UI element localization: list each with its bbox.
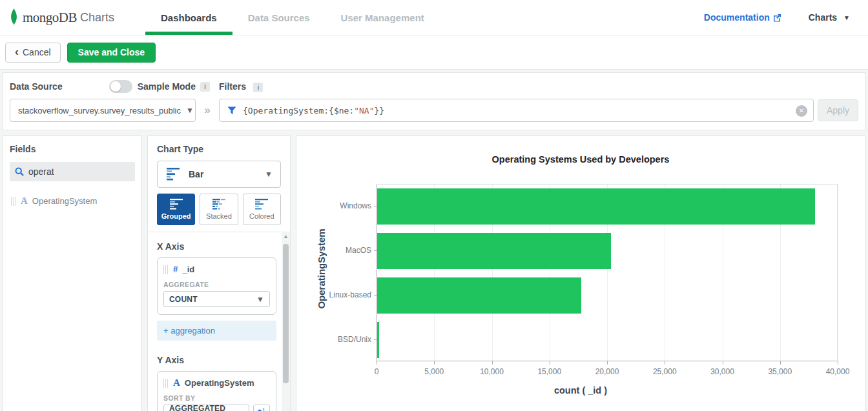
- filters-label: Filters: [219, 81, 246, 92]
- x-tick-label: 30,000: [710, 367, 734, 376]
- category-tick: [374, 250, 377, 251]
- sort-order-icon: 1 9: [257, 408, 266, 411]
- data-source-select[interactable]: stackoverflow_survey.survey_results_publ…: [10, 99, 196, 122]
- chart-bar-windows: [377, 188, 815, 225]
- category-label: Linux-based: [296, 290, 371, 299]
- tab-dashboards[interactable]: Dashboards: [145, 0, 232, 35]
- subtype-colored-button[interactable]: Colored: [243, 194, 281, 225]
- save-and-close-button[interactable]: Save and Close: [67, 43, 156, 63]
- x-axis-title: X Axis: [157, 241, 276, 252]
- category-label: BSD/Unix: [296, 335, 371, 344]
- sample-mode-info-icon[interactable]: i: [200, 82, 210, 92]
- chart-builder-panel: Chart Type Bar ▼: [147, 135, 291, 411]
- field-item-operatingsystem[interactable]: A OperatingSystem: [10, 195, 135, 206]
- category-tick: [374, 295, 377, 296]
- colored-bars-icon: [254, 199, 269, 210]
- caret-down-icon: ▼: [186, 106, 194, 115]
- x-axis-tick: [780, 361, 781, 365]
- scroll-up-arrow[interactable]: ▲: [282, 232, 290, 241]
- aggregate-select[interactable]: COUNT ▼: [163, 291, 270, 307]
- x-tick-label: 10,000: [480, 367, 504, 376]
- x-axis-tick: [550, 361, 550, 365]
- x-axis-label: count ( _id ): [296, 385, 865, 396]
- fields-title: Fields: [10, 144, 135, 154]
- subtype-stacked-button[interactable]: Stacked: [200, 194, 238, 225]
- add-aggregation-button[interactable]: + aggregation: [157, 321, 276, 341]
- x-tick-label: 20,000: [595, 367, 619, 376]
- sort-direction-button[interactable]: 1 9: [253, 405, 270, 411]
- data-source-card: Data Source Sample Mode i Filters i stac…: [3, 72, 865, 130]
- svg-text:1: 1: [262, 408, 265, 411]
- x-axis-tick: [377, 361, 377, 365]
- bar-chart-icon: [165, 167, 181, 181]
- drag-handle-icon[interactable]: [11, 197, 16, 206]
- filters-info-icon[interactable]: i: [253, 83, 263, 92]
- gridline: [838, 185, 838, 361]
- plot-area: [377, 184, 838, 361]
- subtype-grouped-button[interactable]: Grouped: [157, 194, 195, 225]
- x-axis-tick: [723, 361, 723, 365]
- mongodb-charts-logo[interactable]: mongoDB Charts: [0, 0, 145, 35]
- x-axis-tick: [434, 361, 435, 365]
- external-link-icon: [773, 14, 781, 22]
- drag-handle-icon[interactable]: [163, 379, 168, 388]
- apply-button[interactable]: Apply: [818, 99, 858, 121]
- string-type-icon: A: [173, 377, 180, 388]
- grouped-bars-icon: [169, 199, 183, 210]
- top-nav: mongoDB Charts Dashboards Data Sources U…: [0, 0, 868, 35]
- category-tick: [374, 206, 377, 206]
- editor-action-bar: ‹ Cancel Save and Close: [0, 35, 868, 70]
- x-tick-label: 5,000: [424, 367, 444, 376]
- chevron-down-icon: ▼: [843, 14, 850, 21]
- nav-tabs: Dashboards Data Sources User Management: [145, 0, 440, 35]
- caret-down-icon: ▼: [236, 408, 243, 411]
- scrollbar-thumb[interactable]: [283, 244, 289, 383]
- aggregate-label: AGGREGATE: [163, 281, 270, 288]
- tab-user-management[interactable]: User Management: [326, 0, 440, 35]
- data-source-label: Data Source: [10, 81, 63, 92]
- sample-mode-label: Sample Mode: [138, 81, 196, 92]
- double-chevron-icon: »: [196, 104, 219, 117]
- number-type-icon: #: [173, 264, 178, 275]
- chart-title: Operating Systems Used by Developers: [296, 154, 865, 165]
- x-axis-tick: [492, 361, 493, 365]
- builder-scrollbar[interactable]: ▲ ▼: [282, 232, 290, 411]
- chart-preview-panel: Operating Systems Used by Developers Ope…: [296, 135, 865, 411]
- x-tick-label: 25,000: [653, 367, 677, 376]
- field-search-input[interactable]: [28, 166, 119, 177]
- x-axis-tick: [607, 361, 608, 365]
- category-tick: [374, 339, 377, 340]
- field-search-box[interactable]: [10, 162, 135, 181]
- chart-bar-bsd-unix: [377, 322, 379, 358]
- chart-type-label: Chart Type: [157, 144, 281, 154]
- y-axis-title: Y Axis: [157, 355, 276, 365]
- sample-mode-toggle[interactable]: [109, 80, 132, 93]
- chart-type-select[interactable]: Bar ▼: [157, 161, 281, 188]
- documentation-link[interactable]: Documentation: [704, 12, 781, 23]
- sort-by-select[interactable]: AGGREGATED VALUE ▼: [163, 405, 249, 411]
- search-icon: [15, 167, 24, 176]
- stacked-bars-icon: [212, 199, 226, 210]
- chevron-left-icon: ‹: [15, 46, 19, 57]
- clear-filter-icon[interactable]: ✕: [796, 105, 807, 117]
- x-tick-label: 15,000: [537, 367, 561, 376]
- y-axis-label: OperatingSystem: [316, 205, 327, 334]
- string-type-icon: A: [21, 195, 28, 206]
- x-axis-tick: [838, 361, 838, 365]
- y-axis-card: A OperatingSystem SORT BY AGGREGATED VAL…: [157, 371, 276, 411]
- caret-down-icon: ▼: [265, 170, 273, 179]
- chart-bar-linux-based: [377, 277, 581, 314]
- category-label: Windows: [296, 201, 371, 210]
- cancel-button[interactable]: ‹ Cancel: [5, 43, 61, 63]
- fields-panel: Fields A OperatingSystem: [3, 135, 142, 411]
- mongodb-leaf-icon: [9, 7, 19, 28]
- account-menu[interactable]: Charts ▼: [809, 12, 850, 23]
- filter-query-input[interactable]: {OperatingSystem:{$ne:"NA"}} ✕: [219, 99, 814, 122]
- drag-handle-icon[interactable]: [163, 265, 168, 274]
- x-tick-label: 0: [375, 367, 379, 376]
- x-tick-label: 35,000: [768, 367, 792, 376]
- x-axis-card: # _id AGGREGATE COUNT ▼: [157, 257, 276, 315]
- x-axis-tick: [665, 361, 665, 365]
- tab-data-sources[interactable]: Data Sources: [232, 0, 326, 35]
- logo-suffix: Charts: [80, 11, 114, 25]
